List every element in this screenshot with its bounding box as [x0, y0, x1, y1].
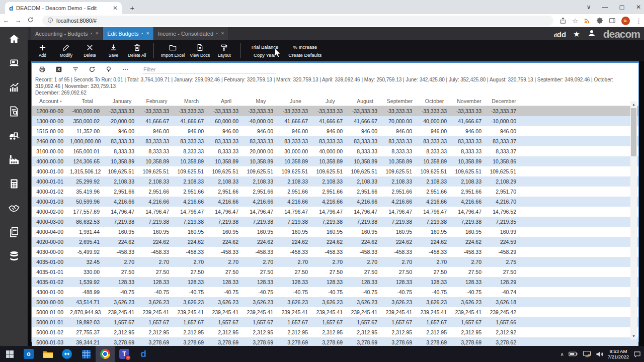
table-row[interactable]: 4035-01-0032.452.702.702.702.702.702.702…	[32, 257, 638, 267]
vertical-scrollbar[interactable]: ▲ ▼	[630, 101, 637, 339]
scrollbar-thumb[interactable]	[631, 108, 636, 156]
sidebar-calculator-icon[interactable]	[8, 178, 20, 190]
sidebar-forklift-icon[interactable]	[8, 130, 20, 141]
tray-chevron-up-icon[interactable]: ∧	[560, 351, 564, 357]
layout-button[interactable]: Layout	[212, 44, 236, 58]
table-row[interactable]: 4000-00-00124,306.6510,358.8910,358.8910…	[32, 156, 638, 166]
table-row[interactable]: 5000-01-0227,755.372,312.952,312.952,312…	[32, 327, 638, 337]
add-button[interactable]: Add	[31, 44, 54, 58]
tab-pin-icon[interactable]: ▪	[91, 32, 93, 36]
lightbulb-icon[interactable]	[105, 66, 112, 73]
create-defaults-button[interactable]: Create Defaults	[288, 52, 321, 58]
extensions-icon[interactable]	[596, 17, 603, 24]
view-docs-button[interactable]: View Docs	[187, 44, 212, 58]
sidebar-factory-icon[interactable]	[8, 154, 20, 165]
tab-pin-icon[interactable]: ▪	[142, 32, 143, 36]
excel-icon[interactable]	[55, 66, 62, 73]
back-button[interactable]: ←	[0, 17, 12, 24]
reload-button[interactable]	[24, 17, 36, 25]
column-header-march[interactable]: March	[174, 98, 209, 104]
filter-lines-icon[interactable]	[72, 66, 79, 73]
browser-tab[interactable]: d DEACOM - Deacom Demo - Edit ✕	[5, 2, 122, 14]
table-row[interactable]: 4000-04-001,931.44160.95160.95160.95160.…	[32, 227, 638, 237]
table-row[interactable]: 4000-01-0235,419.962,951.662,951.662,951…	[32, 187, 638, 197]
tab-pin-icon[interactable]: ▪	[216, 32, 218, 36]
app-tab-income-consolidated[interactable]: Income - Consolidated▪✕	[154, 27, 229, 40]
taskbar-start-icon[interactable]	[0, 346, 19, 362]
taskbar-teams-icon[interactable]: T–	[115, 346, 134, 362]
sidebar-report-icon[interactable]	[8, 226, 20, 238]
tab-close-icon[interactable]: ✕	[95, 32, 99, 36]
taskbar-deacom-icon[interactable]: d	[134, 346, 153, 362]
copy-year-button[interactable]: Copy Year	[254, 52, 276, 58]
table-row[interactable]: 4000-01-0350,599.964,216.664,216.664,216…	[32, 197, 638, 207]
maximize-button[interactable]: ▢	[619, 4, 625, 11]
delete-all-button[interactable]: Delete All	[125, 44, 149, 58]
scroll-up-icon[interactable]: ▲	[630, 101, 637, 108]
table-row[interactable]: 4035-01-01330.0027.5027.5027.5027.5027.5…	[32, 267, 638, 277]
column-header-october[interactable]: October	[417, 98, 452, 104]
column-header-december[interactable]: December	[487, 98, 521, 104]
column-header-february[interactable]: February	[139, 98, 174, 104]
column-header-april[interactable]: April	[209, 98, 244, 104]
column-header-november[interactable]: November	[452, 98, 487, 104]
column-header-july[interactable]: July	[313, 98, 348, 104]
scroll-down-icon[interactable]: ▼	[630, 333, 637, 339]
table-row[interactable]: 3100-00-00165,000.018,333.338,333.338,33…	[32, 146, 638, 156]
import-excel-button[interactable]: Import Excel	[158, 44, 187, 58]
table-row[interactable]: 1300-00-00350,000.02-20,000.0041,666.674…	[32, 116, 638, 126]
taskbar-explorer-icon[interactable]	[38, 346, 57, 362]
sidebar-database-icon[interactable]	[8, 250, 20, 262]
display-tray-icon[interactable]	[583, 350, 591, 357]
profile-avatar[interactable]: D.	[621, 17, 630, 25]
favorites-star-icon[interactable]: ★	[573, 30, 580, 39]
table-row[interactable]: 4300-01-00-488.99-40.75-40.75-40.75-40.7…	[32, 287, 638, 297]
close-button[interactable]: ✕	[636, 4, 641, 11]
sidebar-handshake-icon[interactable]	[8, 202, 20, 214]
refresh-icon[interactable]	[89, 66, 96, 73]
table-row[interactable]: 4000-01-0125,299.922,108.332,108.332,108…	[32, 176, 638, 187]
side-panel-icon[interactable]	[609, 17, 616, 24]
increase-button[interactable]: % Increase	[293, 44, 317, 50]
user-profile-icon[interactable]	[587, 29, 596, 40]
filter-input[interactable]	[142, 65, 276, 74]
ellipsis-icon[interactable]	[122, 66, 129, 73]
column-header-january[interactable]: January	[105, 98, 139, 104]
sidebar-sales-chart-icon[interactable]	[8, 81, 20, 93]
tab-close-icon[interactable]: ✕	[221, 32, 224, 36]
sidebar-laptop-icon[interactable]	[8, 57, 20, 69]
taskbar-clock[interactable]: 9:53 AM 7/21/2022	[608, 348, 629, 359]
taskbar-teamviewer-icon[interactable]	[57, 346, 76, 362]
new-tab-button[interactable]: +	[127, 3, 138, 14]
rss-icon[interactable]	[584, 17, 591, 24]
share-icon[interactable]	[559, 17, 567, 24]
taskbar-chrome-icon[interactable]	[96, 346, 115, 362]
address-bar[interactable]: localhost:8080/#	[42, 16, 553, 26]
column-header-account[interactable]: Account▲	[32, 98, 70, 104]
column-header-total[interactable]: Total	[70, 98, 105, 104]
volume-icon[interactable]	[596, 351, 603, 357]
forward-button[interactable]: →	[12, 17, 24, 24]
taskbar-outlook-icon[interactable]: o	[19, 346, 38, 362]
table-row[interactable]: 1515-00-0011,352.00946.00946.00946.00946…	[32, 126, 638, 136]
table-row[interactable]: 4000-01-001,315,506.12109,625.51109,625.…	[32, 166, 638, 176]
action-center-icon[interactable]	[633, 351, 641, 357]
sidebar-document-search-icon[interactable]	[8, 106, 20, 117]
table-row[interactable]: 5000-00-0043,514.713,626.233,626.233,626…	[32, 297, 638, 307]
browser-menu-icon[interactable]: ⋮	[635, 17, 642, 25]
column-header-may[interactable]: May	[244, 98, 278, 104]
app-tab-accounting-budgets[interactable]: Accounting - Budgets▪✕	[31, 27, 103, 40]
app-tab-edit-budgets[interactable]: Edit Budgets▪✕	[103, 27, 154, 40]
column-header-august[interactable]: August	[348, 98, 382, 104]
delete-button[interactable]: Delete	[78, 44, 102, 58]
column-header-june[interactable]: June	[278, 98, 313, 104]
table-row[interactable]: 4020-00-002,695.41224.62224.62224.62224.…	[32, 237, 638, 247]
table-row[interactable]: 4000-03-0086,632.537,219.387,219.387,219…	[32, 217, 638, 227]
bookmark-star-icon[interactable]: ☆	[572, 17, 578, 25]
tab-close-icon[interactable]: ✕	[113, 5, 118, 12]
table-row[interactable]: 5000-01-002,870,944.93239,245.41239,245.…	[32, 307, 638, 317]
table-row[interactable]: 4035-01-021,539.92128.33128.33128.33128.…	[32, 277, 638, 287]
save-button[interactable]: Save	[102, 44, 125, 58]
modify-button[interactable]: Modify	[54, 44, 78, 58]
table-row[interactable]: 4000-02-00177,557.6914,796.4714,796.4714…	[32, 207, 638, 217]
